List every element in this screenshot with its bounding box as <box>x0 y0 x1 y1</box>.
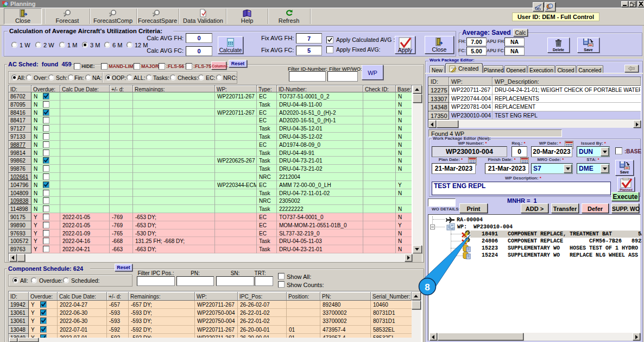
svg-text:8: 8 <box>425 282 430 293</box>
